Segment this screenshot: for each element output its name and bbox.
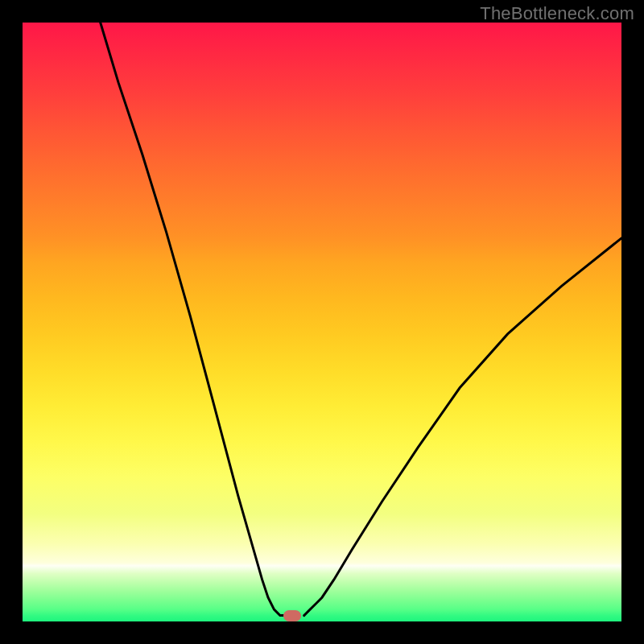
chart-frame: TheBottleneck.com [0, 0, 644, 644]
bottleneck-curve [23, 23, 621, 621]
plot-area [23, 23, 621, 621]
watermark-text: TheBottleneck.com [480, 3, 634, 24]
valley-marker [283, 610, 301, 621]
curve-right-branch [304, 238, 621, 616]
curve-left-branch [101, 23, 287, 616]
